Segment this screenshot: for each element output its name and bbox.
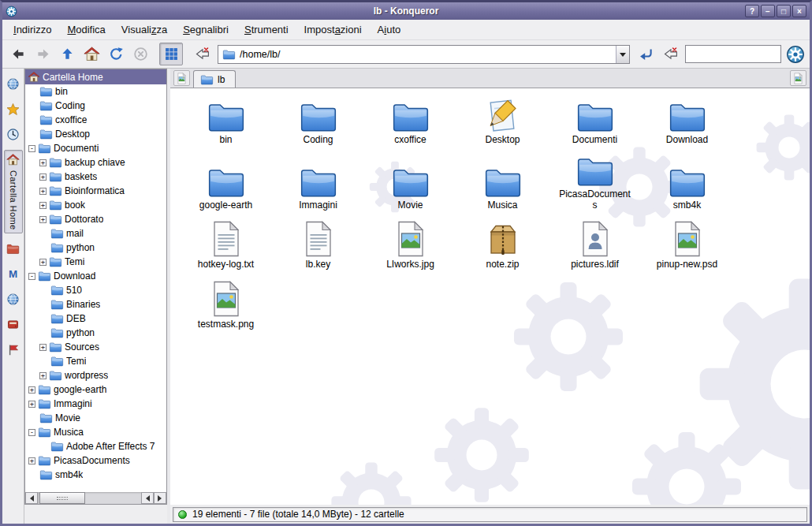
tree-expander-plus[interactable]: +: [39, 159, 47, 166]
menu-segnalibri[interactable]: Segnalibri: [175, 21, 237, 39]
file-hotkey-log-txt[interactable]: hotkey-log.txt: [180, 220, 272, 270]
menu-impostazioni[interactable]: Impostazioni: [296, 21, 370, 39]
tree-item-smb4k[interactable]: smb4k: [25, 468, 166, 482]
file-pinup-new-psd[interactable]: pinup-new.psd: [641, 220, 733, 270]
file-lb-key[interactable]: lb.key: [272, 220, 364, 270]
tree-item-picasadocuments[interactable]: +PicasaDocuments: [25, 453, 166, 468]
file-coding[interactable]: Coding: [272, 98, 364, 145]
tab-options-button[interactable]: [790, 70, 806, 86]
file-note-zip[interactable]: note.zip: [456, 220, 549, 270]
tab-lb[interactable]: lb: [193, 70, 236, 88]
tree-hscrollbar[interactable]: [24, 492, 167, 505]
tree-item-musica[interactable]: -Musica: [25, 425, 166, 439]
tree-item-adobe-after-effects-7[interactable]: Adobe After Effects 7: [25, 439, 166, 453]
tree-item-desktop[interactable]: Desktop: [25, 127, 166, 141]
tree-item-sources[interactable]: +Sources: [25, 340, 166, 354]
go-button[interactable]: [634, 43, 657, 65]
tree-expander-plus[interactable]: +: [39, 202, 47, 209]
tree-expander-minus[interactable]: -: [28, 429, 35, 436]
search-input[interactable]: [685, 45, 781, 63]
file-bin[interactable]: bin: [180, 98, 272, 145]
help-button[interactable]: ?: [745, 5, 759, 17]
sidebar-tab-root-folder[interactable]: [4, 239, 23, 259]
tree-expander-minus[interactable]: -: [28, 145, 35, 152]
sidebar-tab-storage-media[interactable]: [4, 315, 23, 334]
tree-expander-plus[interactable]: +: [39, 372, 47, 379]
clear-location-button[interactable]: [190, 43, 214, 65]
folder-view[interactable]: binCodingcxofficeDesktopDocumentiDownloa…: [170, 88, 810, 505]
icon-view-button[interactable]: [159, 43, 183, 65]
tree-item-bioinformatica[interactable]: +Bioinformatica: [25, 184, 166, 198]
file-google-earth[interactable]: google-earth: [180, 155, 272, 211]
tree-expander-plus[interactable]: +: [28, 401, 35, 408]
tree-expander-plus[interactable]: +: [39, 216, 47, 223]
menu-indirizzo[interactable]: Indirizzo: [6, 21, 59, 39]
tree-expander-plus[interactable]: +: [28, 386, 35, 394]
tree-item-bin[interactable]: bin: [25, 84, 166, 99]
tree-item-wordpress[interactable]: +wordpress: [25, 368, 166, 382]
file-download[interactable]: Download: [641, 98, 733, 145]
tree-expander-plus[interactable]: +: [39, 173, 47, 181]
tree-item-baskets[interactable]: +baskets: [25, 170, 166, 184]
tree-expander-plus[interactable]: +: [39, 344, 47, 351]
tree-item-python[interactable]: python: [25, 241, 166, 255]
file-smb4k[interactable]: smb4k: [641, 155, 733, 211]
tree-item-python[interactable]: python: [25, 326, 166, 340]
scroll-thumb[interactable]: [39, 492, 85, 504]
tree-item-google-earth[interactable]: +google-earth: [25, 382, 166, 397]
tree-item-dottorato[interactable]: +Dottorato: [25, 212, 166, 226]
location-input[interactable]: [240, 46, 612, 63]
close-button[interactable]: ×: [792, 5, 806, 17]
menu-modifica[interactable]: Modifica: [59, 21, 113, 39]
file-desktop[interactable]: Desktop: [456, 98, 549, 145]
sidebar-tab-network[interactable]: [4, 289, 23, 309]
menu-strumenti[interactable]: Strumenti: [237, 21, 296, 39]
tree-item-backup-chiave[interactable]: +backup chiave: [25, 155, 166, 170]
home-button[interactable]: [80, 43, 103, 65]
menu-visualizza[interactable]: Visualizza: [114, 21, 175, 39]
tree-item-movie[interactable]: Movie: [25, 411, 166, 425]
up-button[interactable]: [55, 43, 79, 65]
tree-item-cxoffice[interactable]: cxoffice: [25, 113, 166, 127]
tree-item-book[interactable]: +book: [25, 198, 166, 212]
file-cxoffice[interactable]: cxoffice: [364, 98, 456, 145]
file-pictures-ldif[interactable]: pictures.ldif: [549, 220, 641, 270]
scroll-track[interactable]: [38, 492, 141, 504]
tree-item-temi[interactable]: +Temi: [25, 255, 166, 269]
tree-item-deb[interactable]: DEB: [25, 311, 166, 326]
stop-button[interactable]: [129, 43, 152, 65]
scroll-left-button[interactable]: [25, 492, 38, 504]
file-testmask-png[interactable]: testmask.png: [180, 280, 272, 330]
tree-item-binaries[interactable]: Binaries: [25, 297, 166, 311]
sidebar-tab-bookmarks[interactable]: [4, 99, 23, 119]
tree-item-documenti[interactable]: -Documenti: [25, 141, 166, 155]
file-immagini[interactable]: Immagini: [272, 155, 364, 211]
file-liworks-jpg[interactable]: LIworks.jpg: [364, 220, 456, 270]
sidebar-tab-home-folder[interactable]: Cartella Home: [4, 150, 23, 233]
back-button[interactable]: [6, 43, 30, 65]
menu-aiuto[interactable]: Aiuto: [370, 21, 409, 39]
tree-expander-minus[interactable]: -: [28, 273, 35, 280]
tree-expander-plus[interactable]: +: [28, 457, 35, 464]
sidebar-tab-metabar[interactable]: [4, 264, 23, 284]
maximize-button[interactable]: □: [777, 5, 791, 17]
tree-item-510[interactable]: 510: [25, 283, 166, 297]
new-tab-button[interactable]: [173, 70, 190, 86]
tree-root-home[interactable]: Cartella Home: [25, 69, 166, 84]
tree-item-immagini[interactable]: +Immagini: [25, 397, 166, 411]
tree-item-coding[interactable]: Coding: [25, 99, 166, 113]
scroll-left-button-2[interactable]: [141, 492, 154, 504]
file-musica[interactable]: Musica: [456, 155, 549, 211]
reload-button[interactable]: [104, 43, 128, 65]
location-dropdown-button[interactable]: [616, 46, 629, 63]
file-documenti[interactable]: Documenti: [549, 98, 641, 145]
sidebar-tab-services[interactable]: [4, 340, 23, 360]
forward-button[interactable]: [31, 43, 54, 65]
file-picasadocuments[interactable]: PicasaDocuments: [549, 155, 641, 211]
tree-item-mail[interactable]: mail: [25, 226, 166, 241]
location-bar[interactable]: [218, 45, 630, 64]
minimize-button[interactable]: −: [761, 5, 775, 17]
scroll-right-button[interactable]: [154, 492, 166, 504]
tree-item-download[interactable]: -Download: [25, 269, 166, 283]
clear-search-button[interactable]: [658, 43, 682, 65]
